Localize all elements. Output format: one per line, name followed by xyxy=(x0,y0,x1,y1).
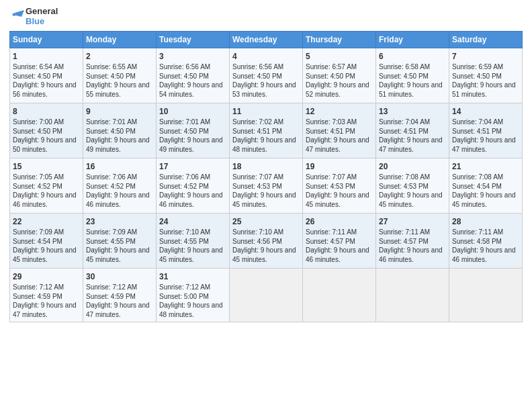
week-row-2: 8Sunrise: 7:00 AMSunset: 4:50 PMDaylight… xyxy=(10,103,523,158)
daylight-label: Daylight: 9 hours and 54 minutes. xyxy=(159,81,223,98)
sunset-label: Sunset: 4:51 PM xyxy=(306,128,355,135)
sunrise-label: Sunrise: 7:09 AM xyxy=(13,228,64,236)
sunrise-label: Sunrise: 7:12 AM xyxy=(13,283,64,291)
sunset-label: Sunset: 4:52 PM xyxy=(13,183,62,190)
sunset-label: Sunset: 4:53 PM xyxy=(379,183,429,190)
day-cell: 23Sunrise: 7:09 AMSunset: 4:55 PMDayligh… xyxy=(83,213,157,268)
daylight-label: Daylight: 9 hours and 51 minutes. xyxy=(452,81,516,98)
calendar-table: SundayMondayTuesdayWednesdayThursdayFrid… xyxy=(9,31,523,322)
sunrise-label: Sunrise: 7:04 AM xyxy=(452,118,503,126)
daylight-label: Daylight: 9 hours and 46 minutes. xyxy=(379,246,443,263)
sunrise-label: Sunrise: 7:02 AM xyxy=(232,118,283,126)
daylight-label: Daylight: 9 hours and 50 minutes. xyxy=(13,136,77,153)
day-cell: 14Sunrise: 7:04 AMSunset: 4:51 PMDayligh… xyxy=(449,103,523,158)
day-cell: 17Sunrise: 7:06 AMSunset: 4:52 PMDayligh… xyxy=(157,158,230,213)
sunrise-label: Sunrise: 7:01 AM xyxy=(159,118,210,126)
day-cell: 12Sunrise: 7:03 AMSunset: 4:51 PMDayligh… xyxy=(303,103,376,158)
daylight-label: Daylight: 9 hours and 46 minutes. xyxy=(159,191,223,208)
week-row-1: 1Sunrise: 6:54 AMSunset: 4:50 PMDaylight… xyxy=(10,48,523,103)
day-number: 5 xyxy=(306,51,373,62)
sunrise-label: Sunrise: 7:12 AM xyxy=(159,283,210,291)
daylight-label: Daylight: 9 hours and 48 minutes. xyxy=(159,302,223,318)
day-number: 26 xyxy=(306,216,373,227)
daylight-label: Daylight: 9 hours and 49 minutes. xyxy=(159,136,223,153)
sunset-label: Sunset: 4:54 PM xyxy=(452,183,502,190)
day-number: 20 xyxy=(379,161,446,172)
day-cell: 11Sunrise: 7:02 AMSunset: 4:51 PMDayligh… xyxy=(230,103,303,158)
day-cell: 6Sunrise: 6:58 AMSunset: 4:50 PMDaylight… xyxy=(376,48,449,103)
header-cell-monday: Monday xyxy=(83,31,157,48)
day-number: 4 xyxy=(232,51,300,62)
day-cell: 22Sunrise: 7:09 AMSunset: 4:54 PMDayligh… xyxy=(10,213,83,268)
day-number: 24 xyxy=(159,216,226,227)
sunset-label: Sunset: 4:51 PM xyxy=(452,128,502,135)
day-number: 8 xyxy=(13,106,80,117)
day-cell: 31Sunrise: 7:12 AMSunset: 5:00 PMDayligh… xyxy=(157,268,230,322)
daylight-label: Daylight: 9 hours and 53 minutes. xyxy=(232,81,296,98)
sunset-label: Sunset: 4:51 PM xyxy=(232,128,282,135)
day-number: 13 xyxy=(379,106,446,117)
day-number: 21 xyxy=(452,161,519,172)
day-cell: 28Sunrise: 7:11 AMSunset: 4:58 PMDayligh… xyxy=(449,213,523,268)
day-number: 28 xyxy=(452,216,519,227)
daylight-label: Daylight: 9 hours and 45 minutes. xyxy=(306,191,369,208)
sunrise-label: Sunrise: 6:58 AM xyxy=(379,63,430,71)
sunrise-label: Sunrise: 7:06 AM xyxy=(159,173,210,181)
sunset-label: Sunset: 4:53 PM xyxy=(306,183,355,190)
day-cell: 19Sunrise: 7:07 AMSunset: 4:53 PMDayligh… xyxy=(303,158,376,213)
sunset-label: Sunset: 4:55 PM xyxy=(86,238,136,245)
daylight-label: Daylight: 9 hours and 45 minutes. xyxy=(232,246,296,263)
day-number: 12 xyxy=(306,106,373,117)
header-cell-friday: Friday xyxy=(376,31,449,48)
day-number: 27 xyxy=(379,216,446,227)
week-row-3: 15Sunrise: 7:05 AMSunset: 4:52 PMDayligh… xyxy=(10,158,523,213)
header-cell-saturday: Saturday xyxy=(449,31,523,48)
sunrise-label: Sunrise: 7:01 AM xyxy=(86,118,137,126)
header-row: SundayMondayTuesdayWednesdayThursdayFrid… xyxy=(10,31,523,48)
sunset-label: Sunset: 4:53 PM xyxy=(232,183,282,190)
sunrise-label: Sunrise: 7:08 AM xyxy=(379,173,430,181)
day-number: 19 xyxy=(306,161,373,172)
day-number: 14 xyxy=(452,106,519,117)
sunset-label: Sunset: 4:50 PM xyxy=(13,128,62,135)
sunrise-label: Sunrise: 6:56 AM xyxy=(159,63,210,71)
sunset-label: Sunset: 4:50 PM xyxy=(159,73,209,80)
sunrise-label: Sunrise: 7:11 AM xyxy=(452,228,503,236)
day-number: 18 xyxy=(232,161,300,172)
sunset-label: Sunset: 4:57 PM xyxy=(379,238,429,245)
header-cell-sunday: Sunday xyxy=(10,31,83,48)
sunset-label: Sunset: 4:59 PM xyxy=(13,293,62,300)
day-cell xyxy=(376,268,449,322)
week-row-4: 22Sunrise: 7:09 AMSunset: 4:54 PMDayligh… xyxy=(10,213,523,268)
day-number: 22 xyxy=(13,216,80,227)
daylight-label: Daylight: 9 hours and 46 minutes. xyxy=(13,191,77,208)
week-row-5: 29Sunrise: 7:12 AMSunset: 4:59 PMDayligh… xyxy=(10,268,523,322)
sunset-label: Sunset: 4:57 PM xyxy=(306,238,355,245)
sunset-label: Sunset: 4:55 PM xyxy=(159,238,209,245)
sunset-label: Sunset: 4:50 PM xyxy=(452,73,502,80)
day-number: 11 xyxy=(232,106,300,117)
sunset-label: Sunset: 4:59 PM xyxy=(86,293,136,300)
sunset-label: Sunset: 5:00 PM xyxy=(159,293,209,300)
day-cell: 1Sunrise: 6:54 AMSunset: 4:50 PMDaylight… xyxy=(10,48,83,103)
day-cell: 27Sunrise: 7:11 AMSunset: 4:57 PMDayligh… xyxy=(376,213,449,268)
sunrise-label: Sunrise: 7:03 AM xyxy=(306,118,357,126)
day-cell: 9Sunrise: 7:01 AMSunset: 4:50 PMDaylight… xyxy=(83,103,157,158)
day-cell: 16Sunrise: 7:06 AMSunset: 4:52 PMDayligh… xyxy=(83,158,157,213)
sunset-label: Sunset: 4:50 PM xyxy=(306,73,355,80)
sunrise-label: Sunrise: 7:11 AM xyxy=(379,228,430,236)
sunrise-label: Sunrise: 7:11 AM xyxy=(306,228,357,236)
daylight-label: Daylight: 9 hours and 55 minutes. xyxy=(86,81,150,98)
svg-marker-0 xyxy=(15,10,24,17)
daylight-label: Daylight: 9 hours and 47 minutes. xyxy=(306,136,369,153)
sunrise-label: Sunrise: 7:00 AM xyxy=(13,118,64,126)
sunrise-label: Sunrise: 7:05 AM xyxy=(13,173,64,181)
sunrise-label: Sunrise: 6:57 AM xyxy=(306,63,357,71)
daylight-label: Daylight: 9 hours and 47 minutes. xyxy=(379,136,443,153)
day-cell: 24Sunrise: 7:10 AMSunset: 4:55 PMDayligh… xyxy=(157,213,230,268)
day-cell: 5Sunrise: 6:57 AMSunset: 4:50 PMDaylight… xyxy=(303,48,376,103)
day-cell: 3Sunrise: 6:56 AMSunset: 4:50 PMDaylight… xyxy=(157,48,230,103)
day-number: 29 xyxy=(13,271,80,282)
daylight-label: Daylight: 9 hours and 47 minutes. xyxy=(86,302,150,318)
day-cell: 7Sunrise: 6:59 AMSunset: 4:50 PMDaylight… xyxy=(449,48,523,103)
